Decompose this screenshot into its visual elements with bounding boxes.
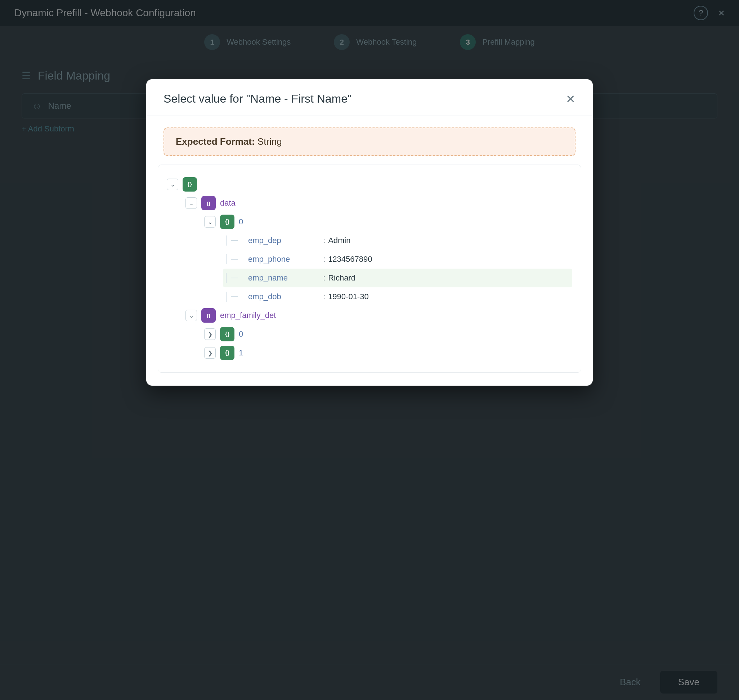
field-emp-name[interactable]: emp_name : Richard bbox=[223, 269, 572, 287]
family-index-1[interactable]: ❯ {} 1 bbox=[204, 344, 572, 362]
root-chevron[interactable]: ⌄ bbox=[167, 179, 178, 190]
emp-dob-key: emp_dob bbox=[248, 292, 320, 301]
emp-dep-colon: : bbox=[323, 236, 325, 245]
modal-overlay: Select value for "Name - First Name" ✕ E… bbox=[0, 0, 739, 700]
expected-format-banner: Expected Format: String bbox=[163, 128, 576, 156]
emp-family-det-label: emp_family_det bbox=[220, 311, 276, 320]
field-emp-dep[interactable]: emp_dep : Admin bbox=[223, 231, 572, 250]
modal: Select value for "Name - First Name" ✕ E… bbox=[146, 79, 593, 386]
expected-format-label: Expected Format: bbox=[176, 136, 255, 147]
root-badge: {} bbox=[183, 177, 197, 191]
emp-phone-value: 1234567890 bbox=[328, 254, 372, 264]
modal-title: Select value for "Name - First Name" bbox=[163, 92, 352, 106]
index-0-label: 0 bbox=[239, 217, 243, 226]
modal-header: Select value for "Name - First Name" ✕ bbox=[146, 79, 593, 116]
emp-phone-key: emp_phone bbox=[248, 254, 320, 264]
family-index-0-chevron[interactable]: ❯ bbox=[204, 328, 216, 340]
field-emp-dob[interactable]: emp_dob : 1990-01-30 bbox=[223, 287, 572, 306]
emp-name-key: emp_name bbox=[248, 273, 320, 283]
data-array-badge: [] bbox=[201, 196, 216, 210]
family-index-1-label: 1 bbox=[239, 348, 243, 357]
emp-dob-colon: : bbox=[323, 292, 325, 301]
family-index-0[interactable]: ❯ {} 0 bbox=[204, 325, 572, 344]
tree-container: ⌄ {} ⌄ [] data ⌄ {} 0 bbox=[158, 165, 581, 373]
index-0-section: ⌄ {} 0 emp_dep : bbox=[185, 212, 572, 306]
emp-family-det-children: ❯ {} 0 ❯ {} 1 bbox=[185, 325, 572, 362]
family-index-0-badge: {} bbox=[220, 327, 234, 341]
expected-format-value: String bbox=[258, 136, 282, 147]
emp-family-det-badge: [] bbox=[201, 308, 216, 323]
emp-dep-key: emp_dep bbox=[248, 236, 320, 245]
data-chevron[interactable]: ⌄ bbox=[185, 197, 197, 209]
index-0-chevron[interactable]: ⌄ bbox=[204, 216, 216, 228]
emp-family-det-node[interactable]: ⌄ [] emp_family_det bbox=[185, 306, 572, 325]
field-emp-phone[interactable]: emp_phone : 1234567890 bbox=[223, 250, 572, 269]
family-index-1-badge: {} bbox=[220, 346, 234, 360]
data-node-row: ⌄ [] data ⌄ {} 0 bbox=[167, 194, 572, 362]
data-node[interactable]: ⌄ [] data bbox=[185, 194, 572, 212]
emp-family-det-chevron[interactable]: ⌄ bbox=[185, 310, 197, 321]
emp-name-colon: : bbox=[323, 273, 325, 283]
emp-dob-value: 1990-01-30 bbox=[328, 292, 369, 301]
family-index-0-label: 0 bbox=[239, 329, 243, 339]
root-node[interactable]: ⌄ {} bbox=[167, 175, 572, 194]
emp-name-value: Richard bbox=[328, 273, 355, 283]
index-0-node[interactable]: ⌄ {} 0 bbox=[204, 212, 572, 231]
index-0-badge: {} bbox=[220, 215, 234, 229]
fields-section: emp_dep : Admin emp_phone : bbox=[204, 231, 572, 306]
emp-dep-value: Admin bbox=[328, 236, 350, 245]
modal-close-button[interactable]: ✕ bbox=[566, 93, 576, 105]
family-index-1-chevron[interactable]: ❯ bbox=[204, 347, 216, 359]
emp-phone-colon: : bbox=[323, 254, 325, 264]
data-label: data bbox=[220, 199, 236, 208]
